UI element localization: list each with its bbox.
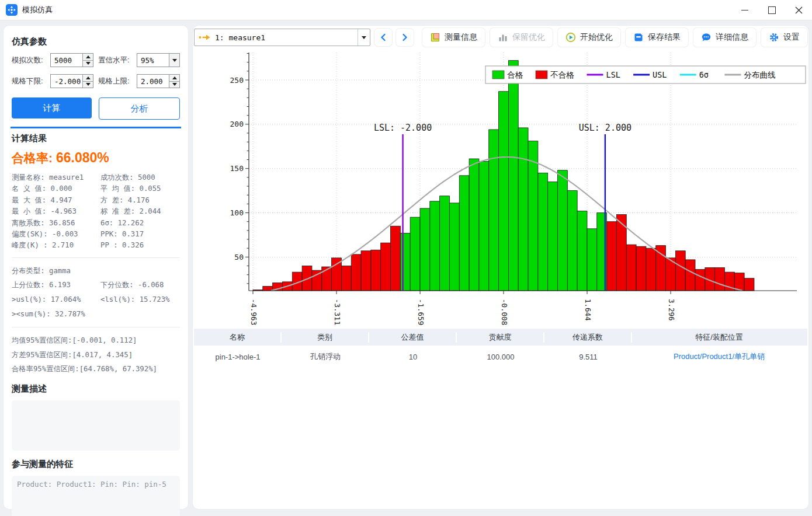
- toolbar-button-测量信息[interactable]: 测量信息: [422, 28, 485, 47]
- stat-row: 最 大 值: 4.947: [12, 195, 100, 206]
- histogram-bar-pass: [449, 203, 459, 291]
- chevron-down-icon[interactable]: [169, 54, 179, 67]
- histogram-bar-pass: [459, 176, 469, 291]
- histogram-bar-fail: [351, 254, 361, 291]
- chat-icon: [701, 32, 712, 43]
- main-panel: 1: measure1 测量信息保留优化开始优化保存结果详细信息设置 LSL: …: [193, 26, 808, 509]
- spin-up-icon[interactable]: [83, 54, 93, 60]
- confidence-interval-line: 均值95%置信区间:[-0.001, 0.112]: [12, 333, 180, 348]
- histogram-bar-pass: [479, 162, 489, 291]
- stat-row: 6σ: 12.262: [100, 218, 161, 229]
- statistics: 测量名称: measure1名 义 值: 0.000最 大 值: 4.947最 …: [12, 172, 180, 252]
- results-title: 计算结果: [12, 133, 180, 144]
- save-icon: [633, 32, 644, 43]
- description-title: 测量描述: [12, 383, 180, 395]
- x-tick-label: -3.311: [333, 299, 342, 325]
- legend-label: LSL: [606, 70, 620, 79]
- play-icon: [565, 32, 576, 43]
- maximize-button[interactable]: [758, 0, 785, 20]
- stat-row: 方 差: 4.176: [100, 195, 161, 206]
- stat-cell: >usl(%): 17.064%: [12, 292, 100, 307]
- table-header-cell: 特征/装配位置: [632, 332, 806, 343]
- spin-up-icon[interactable]: [83, 75, 93, 81]
- legend-swatch: [536, 71, 547, 79]
- spin-up-icon[interactable]: [169, 75, 179, 81]
- legend-label: 分布曲线: [744, 70, 775, 79]
- spin-down-icon[interactable]: [83, 81, 93, 88]
- pass-rate-label: 合格率:: [12, 151, 53, 165]
- chevron-right-icon: [401, 33, 408, 41]
- histogram-bar-fail: [322, 267, 332, 291]
- toolbar-button-设置[interactable]: 设置: [761, 28, 807, 47]
- stat-row: 标 准 差: 2.044: [100, 206, 161, 217]
- histogram-bar-pass: [469, 159, 479, 291]
- histogram-bar-fail: [361, 251, 371, 291]
- confidence-label: 置信水平:: [98, 55, 137, 65]
- close-button[interactable]: [785, 0, 812, 20]
- measure-features-box[interactable]: Product: Product1: Pin: Pin: pin-5: [12, 476, 180, 516]
- table-header-cell: 公差值: [369, 332, 457, 343]
- histogram-bar-fail: [646, 248, 656, 291]
- measure-arrow-icon: [199, 34, 211, 41]
- analyze-button[interactable]: 分析: [99, 97, 180, 120]
- minimize-button[interactable]: [731, 0, 758, 20]
- histogram-bar-fail: [391, 226, 401, 291]
- histogram-bar-pass: [400, 233, 410, 291]
- histogram-chart: LSL: -2.000USL: 2.00050100150200250-4.96…: [193, 51, 808, 328]
- titlebar: 模拟仿真: [0, 0, 812, 20]
- stat-row: 峰度(K) : 2.710: [12, 240, 100, 251]
- histogram-bar-fail: [371, 250, 381, 291]
- app-icon: [6, 4, 18, 16]
- histogram-bar-fail: [332, 258, 342, 291]
- histogram-bar-pass: [440, 196, 450, 291]
- features-title: 参与测量的特征: [12, 459, 180, 470]
- x-tick-label: -0.008: [500, 299, 509, 325]
- histogram-bar-pass: [420, 208, 430, 291]
- gear-icon: [769, 32, 779, 43]
- chevron-down-icon[interactable]: [358, 29, 370, 46]
- legend-label: 合格: [507, 70, 523, 79]
- measure-selector[interactable]: 1: measure1: [194, 29, 370, 46]
- sim-params-title: 仿真参数: [12, 36, 180, 47]
- histogram-bar-fail: [685, 260, 695, 291]
- lower-spec-field: 规格下限: -2.000: [12, 74, 93, 88]
- spin-down-icon[interactable]: [169, 81, 179, 88]
- x-tick-label: -1.659: [417, 299, 425, 325]
- histogram-bar-fail: [341, 266, 351, 291]
- window-title: 模拟仿真: [22, 5, 53, 15]
- histogram-bar-fail: [302, 266, 312, 291]
- stats-left-column: 测量名称: measure1名 义 值: 0.000最 大 值: 4.947最 …: [12, 172, 100, 252]
- histogram-bar-fail: [656, 246, 666, 291]
- confidence-combobox[interactable]: 95%: [137, 53, 180, 67]
- toolbar-button-开始优化[interactable]: 开始优化: [558, 28, 620, 47]
- stats-right-column: 成功次数: 5000平 均 值: 0.055方 差: 4.176标 准 差: 2…: [100, 172, 161, 252]
- stat-cell: 下分位数: -6.068: [100, 278, 164, 292]
- sim-count-spinbox[interactable]: 5000: [50, 53, 93, 67]
- divider: [12, 257, 180, 258]
- divider: [12, 327, 180, 327]
- sim-count-field: 模拟次数: 5000: [12, 53, 93, 67]
- confidence-interval-line: 合格率95%置信区间:[64.768%, 67.392%]: [12, 362, 180, 376]
- feature-location-link[interactable]: Product/Product1/单孔单销: [632, 351, 806, 362]
- table-row[interactable]: pin-1->hole-1孔销浮动10100.0009.511Product/P…: [194, 346, 807, 368]
- next-measure-button[interactable]: [396, 29, 414, 46]
- legend-swatch: [492, 71, 504, 79]
- spin-down-icon[interactable]: [83, 60, 93, 67]
- stat-row: 偏度(SK): -0.003: [12, 229, 100, 240]
- accent-divider: [11, 127, 181, 128]
- toolbar-button-保存结果[interactable]: 保存结果: [626, 28, 688, 47]
- legend-label: 不合格: [550, 70, 574, 79]
- upper-spec-spinbox[interactable]: 2.000: [137, 74, 180, 88]
- minimize-icon: [741, 10, 748, 11]
- stat-row: 名 义 值: 0.000: [12, 183, 100, 194]
- histogram-bar-pass: [518, 128, 528, 291]
- measure-selector-value: 1: measure1: [215, 33, 358, 42]
- toolbar-button-详细信息[interactable]: 详细信息: [693, 28, 756, 47]
- measure-description-box[interactable]: [12, 400, 180, 451]
- lower-spec-spinbox[interactable]: -2.000: [50, 74, 93, 88]
- pass-rate-value: 66.080%: [56, 150, 109, 165]
- usl-label: USL: 2.000: [579, 123, 631, 133]
- prev-measure-button[interactable]: [374, 29, 392, 46]
- calculate-button[interactable]: 计算: [12, 97, 92, 118]
- upper-spec-field: 规格上限: 2.000: [98, 74, 180, 88]
